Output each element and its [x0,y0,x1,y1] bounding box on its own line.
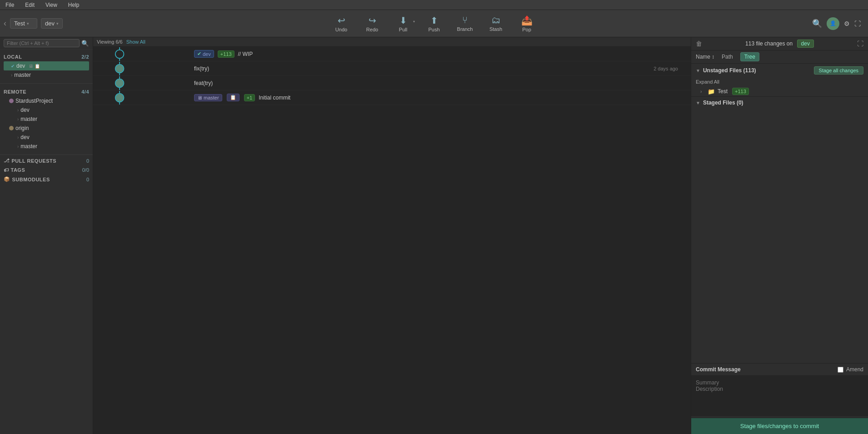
branch-name: dev [45,20,55,27]
repo-chevron-icon: ▾ [27,21,29,26]
remote-origin[interactable]: origin [4,124,89,133]
push-label: Push [428,27,439,32]
tab-path[interactable]: Path [718,53,737,61]
panel-expand-button[interactable]: ⛶ [857,40,863,47]
pull-button[interactable]: ⬇ Pull ▾ [389,11,418,36]
branch-dev-local[interactable]: ✔ dev 🖥 📋 [4,61,89,70]
stash-button[interactable]: 🗂 Stash [481,11,510,36]
remote-section-header[interactable]: REMOTE 4/4 [4,87,89,96]
local-count: 2/2 [81,54,89,60]
graph-content[interactable]: ✔ dev +113 // WIP [93,47,691,434]
commit-row-initial[interactable]: 🖥 master 📋 +1 Initial commit [93,90,691,105]
pull-label: Pull [399,27,407,32]
commit-row-fix[interactable]: fix(try) 2 days ago [93,61,691,76]
origin-master[interactable]: › master [15,142,89,151]
unstaged-header[interactable]: ▼ Unstaged Files (113) Stage all changes [691,64,868,77]
redo-button[interactable]: ↪ Redo [358,11,387,36]
local-section: LOCAL 2/2 ✔ dev 🖥 📋 › master [0,50,93,82]
monitor-icon: 🖥 [197,95,202,100]
branch-chevron-icon: ▾ [56,21,59,26]
expand-all-button[interactable]: Expand All [691,77,724,86]
initial-commit-msg: Initial commit [259,95,685,101]
staged-header[interactable]: ▼ Staged Files (0) [691,97,868,109]
settings-button[interactable]: ⚙ [844,20,850,27]
stardust-branches: › dev › master [4,105,89,124]
push-button[interactable]: ⬆ Push [419,11,449,36]
tags-label: 🏷 TAGS [4,167,25,173]
local-label: LOCAL [4,54,22,60]
graph-canvas-wip [93,47,189,61]
local-section-header[interactable]: LOCAL 2/2 [4,52,89,61]
right-panel: 🗑 113 file changes on dev ⛶ Name ↕ Path … [691,37,868,434]
branch-button[interactable]: ⑂ Branch [450,11,479,36]
remote-stardust[interactable]: StardustProject [4,96,89,105]
commit-msg-title: Commit Message [696,366,741,373]
pull-requests-section[interactable]: ⎇ PULL REQUESTS 0 [0,156,93,165]
submodules-label: 📦 SUBMODULES [4,176,50,182]
branch-dev-label: dev [16,63,25,69]
sidebar-back-button[interactable]: ‹ [4,19,6,28]
origin-master-icon: › [17,144,19,149]
viewing-label: Viewing 6/6 [97,39,123,45]
stardust-master[interactable]: › master [15,115,89,124]
undo-button[interactable]: ↩ Undo [327,11,356,36]
toolbar: ‹ Test ▾ dev ▾ ↩ Undo ↪ Redo ⬇ Pull [0,10,868,37]
pr-icon: ⎇ [4,158,10,164]
submodules-section[interactable]: 📦 SUBMODULES 0 [0,175,93,184]
pull-arrow-icon: ▾ [413,20,415,24]
pr-count: 0 [86,158,89,164]
branch-badge: dev [797,40,814,48]
redo-icon: ↪ [369,15,376,26]
pop-button[interactable]: 📤 Pop [512,11,541,36]
stash-icon: 🗂 [491,15,500,25]
pop-label: Pop [522,27,531,32]
graph-area: Viewing 6/6 Show All ✔ dev [93,37,691,434]
wip-commit-msg: // WIP [238,51,685,57]
commit-textarea[interactable] [691,375,868,416]
stardust-dev[interactable]: › dev [15,105,89,115]
tags-section[interactable]: 🏷 TAGS 0/0 [0,165,93,175]
stage-commit-button[interactable]: Stage files/changes to commit [691,418,868,434]
remote-stardust-name: StardustProject [15,98,53,104]
tag-icon: 🏷 [4,167,9,173]
amend-label: Amend [846,366,863,373]
expand-button[interactable]: ⛶ [854,20,861,27]
folder-expand-icon: › [700,89,705,94]
submodules-count: 0 [86,177,89,182]
menu-edit[interactable]: Edit [23,2,36,8]
branch-label: Branch [457,26,473,32]
check-icon: ✔ [197,51,201,57]
file-tree-test-folder[interactable]: › 📁 Test +113 [691,86,868,96]
commit-row-wip[interactable]: ✔ dev +113 // WIP [93,47,691,61]
master-branch-tag2: 📋 [227,94,239,101]
stash-label: Stash [489,26,502,32]
menu-help[interactable]: Help [66,2,81,8]
show-all-button[interactable]: Show All [126,39,145,45]
remote-stardust-icon [9,99,14,103]
user-avatar[interactable]: 👤 [827,17,839,30]
origin-dev[interactable]: › dev [15,133,89,142]
svg-point-10 [116,94,124,101]
tab-tree[interactable]: Tree [740,52,759,61]
commit-row-feat[interactable]: feat(try) [93,76,691,90]
branch-master-local[interactable]: › master [4,70,89,80]
svg-point-4 [116,65,124,72]
tags-count: 0/0 [82,167,89,173]
commit-info-feat: feat(try) [189,80,691,86]
amend-checkbox[interactable] [838,367,843,373]
remote-count: 4/4 [81,89,89,95]
svg-point-7 [116,79,124,87]
unstaged-title: Unstaged Files (113) [703,67,756,74]
repo-selector[interactable]: Test ▾ [10,18,37,29]
global-search-button[interactable]: 🔍 [812,19,822,29]
stage-all-button[interactable]: Stage all changes [814,66,863,75]
menu-view[interactable]: View [44,2,59,8]
origin-branches: › dev › master [4,133,89,151]
push-icon: ⬆ [430,15,438,26]
main-area: 🔍 LOCAL 2/2 ✔ dev 🖥 📋 › master REMOTE [0,37,868,434]
filter-search-button[interactable]: 🔍 [81,40,89,47]
discard-all-button[interactable]: 🗑 [696,40,702,47]
branch-selector[interactable]: dev ▾ [41,18,63,29]
menu-file[interactable]: File [4,2,16,8]
filter-input[interactable] [4,39,80,47]
